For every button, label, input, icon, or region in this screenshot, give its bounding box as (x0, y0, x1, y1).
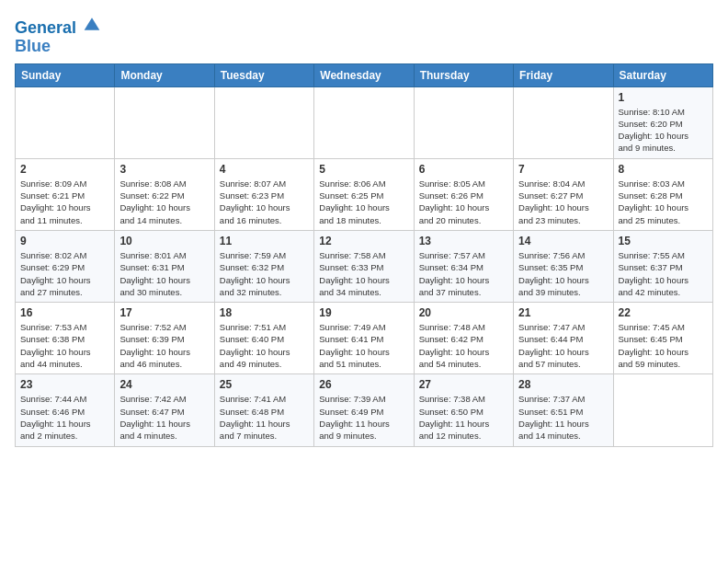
day-number: 5 (319, 163, 408, 176)
weekday-header-thursday: Thursday (414, 63, 513, 86)
day-number: 23 (20, 378, 109, 391)
calendar-cell (16, 86, 115, 158)
day-number: 4 (220, 163, 309, 176)
day-number: 8 (619, 163, 708, 176)
calendar-cell: 9Sunrise: 8:02 AM Sunset: 6:29 PM Daylig… (16, 230, 115, 302)
day-number: 2 (20, 163, 109, 176)
calendar-cell: 4Sunrise: 8:07 AM Sunset: 6:23 PM Daylig… (214, 158, 313, 230)
day-number: 18 (220, 306, 309, 319)
logo-blue: Blue (15, 38, 101, 56)
day-number: 17 (119, 306, 209, 319)
day-number: 19 (319, 306, 408, 319)
logo: General Blue (15, 15, 101, 56)
calendar-cell: 8Sunrise: 8:03 AM Sunset: 6:28 PM Daylig… (613, 158, 712, 230)
day-number: 6 (419, 163, 508, 176)
day-number: 14 (518, 235, 608, 247)
calendar-cell: 18Sunrise: 7:51 AM Sunset: 6:40 PM Dayli… (214, 303, 313, 374)
day-info: Sunrise: 7:57 AM Sunset: 6:34 PM Dayligh… (419, 249, 508, 298)
week-row-1: 1Sunrise: 8:10 AM Sunset: 6:20 PM Daylig… (16, 86, 713, 158)
day-number: 27 (419, 378, 508, 391)
day-info: Sunrise: 8:04 AM Sunset: 6:27 PM Dayligh… (518, 178, 608, 226)
calendar-table: SundayMondayTuesdayWednesdayThursdayFrid… (15, 63, 713, 447)
weekday-header-sunday: Sunday (16, 63, 115, 86)
calendar-cell (115, 86, 214, 158)
calendar-cell: 6Sunrise: 8:05 AM Sunset: 6:26 PM Daylig… (414, 158, 513, 230)
day-number: 10 (119, 235, 209, 247)
calendar-cell: 21Sunrise: 7:47 AM Sunset: 6:44 PM Dayli… (514, 303, 613, 374)
day-number: 13 (419, 235, 508, 247)
calendar-cell: 3Sunrise: 8:08 AM Sunset: 6:22 PM Daylig… (115, 158, 214, 230)
weekday-header-monday: Monday (115, 63, 214, 86)
day-number: 7 (518, 163, 608, 176)
day-info: Sunrise: 7:44 AM Sunset: 6:46 PM Dayligh… (20, 393, 109, 442)
weekday-header-row: SundayMondayTuesdayWednesdayThursdayFrid… (16, 63, 713, 86)
calendar-cell: 27Sunrise: 7:38 AM Sunset: 6:50 PM Dayli… (414, 374, 513, 446)
week-row-5: 23Sunrise: 7:44 AM Sunset: 6:46 PM Dayli… (16, 374, 713, 446)
calendar-cell: 10Sunrise: 8:01 AM Sunset: 6:31 PM Dayli… (115, 230, 214, 302)
weekday-header-friday: Friday (514, 63, 613, 86)
calendar-cell: 19Sunrise: 7:49 AM Sunset: 6:41 PM Dayli… (314, 303, 414, 374)
calendar-cell (613, 374, 712, 446)
day-info: Sunrise: 7:41 AM Sunset: 6:48 PM Dayligh… (220, 393, 309, 442)
day-info: Sunrise: 7:47 AM Sunset: 6:44 PM Dayligh… (518, 321, 608, 370)
day-info: Sunrise: 7:45 AM Sunset: 6:45 PM Dayligh… (619, 321, 708, 370)
day-info: Sunrise: 7:59 AM Sunset: 6:32 PM Dayligh… (220, 249, 309, 298)
day-number: 21 (518, 306, 608, 319)
day-info: Sunrise: 7:58 AM Sunset: 6:33 PM Dayligh… (319, 249, 408, 298)
calendar-cell: 14Sunrise: 7:56 AM Sunset: 6:35 PM Dayli… (514, 230, 613, 302)
logo-icon (83, 15, 101, 33)
day-number: 20 (419, 306, 508, 319)
day-number: 22 (619, 306, 708, 319)
calendar-cell: 7Sunrise: 8:04 AM Sunset: 6:27 PM Daylig… (514, 158, 613, 230)
day-number: 16 (20, 306, 109, 319)
day-info: Sunrise: 7:55 AM Sunset: 6:37 PM Dayligh… (619, 249, 708, 298)
week-row-4: 16Sunrise: 7:53 AM Sunset: 6:38 PM Dayli… (16, 303, 713, 374)
calendar-cell (214, 86, 313, 158)
calendar-cell (514, 86, 613, 158)
day-info: Sunrise: 7:51 AM Sunset: 6:40 PM Dayligh… (220, 321, 309, 370)
day-info: Sunrise: 7:39 AM Sunset: 6:49 PM Dayligh… (319, 393, 408, 442)
day-info: Sunrise: 8:06 AM Sunset: 6:25 PM Dayligh… (319, 178, 408, 226)
calendar-cell: 28Sunrise: 7:37 AM Sunset: 6:51 PM Dayli… (514, 374, 613, 446)
calendar-cell (414, 86, 513, 158)
day-info: Sunrise: 7:48 AM Sunset: 6:42 PM Dayligh… (419, 321, 508, 370)
day-info: Sunrise: 7:42 AM Sunset: 6:47 PM Dayligh… (119, 393, 209, 442)
calendar-cell: 26Sunrise: 7:39 AM Sunset: 6:49 PM Dayli… (314, 374, 414, 446)
day-info: Sunrise: 8:08 AM Sunset: 6:22 PM Dayligh… (119, 178, 209, 226)
calendar-cell: 11Sunrise: 7:59 AM Sunset: 6:32 PM Dayli… (214, 230, 313, 302)
calendar-cell: 20Sunrise: 7:48 AM Sunset: 6:42 PM Dayli… (414, 303, 513, 374)
calendar-body: 1Sunrise: 8:10 AM Sunset: 6:20 PM Daylig… (16, 86, 713, 446)
day-info: Sunrise: 7:38 AM Sunset: 6:50 PM Dayligh… (419, 393, 508, 442)
day-info: Sunrise: 8:05 AM Sunset: 6:26 PM Dayligh… (419, 178, 508, 226)
day-info: Sunrise: 7:56 AM Sunset: 6:35 PM Dayligh… (518, 249, 608, 298)
calendar-cell: 5Sunrise: 8:06 AM Sunset: 6:25 PM Daylig… (314, 158, 414, 230)
day-number: 3 (119, 163, 209, 176)
calendar-cell: 24Sunrise: 7:42 AM Sunset: 6:47 PM Dayli… (115, 374, 214, 446)
day-info: Sunrise: 8:07 AM Sunset: 6:23 PM Dayligh… (220, 178, 309, 226)
page-header: General Blue (15, 15, 713, 56)
day-info: Sunrise: 8:09 AM Sunset: 6:21 PM Dayligh… (20, 178, 109, 226)
day-info: Sunrise: 7:52 AM Sunset: 6:39 PM Dayligh… (119, 321, 209, 370)
logo-text: General (15, 15, 101, 38)
calendar-cell: 23Sunrise: 7:44 AM Sunset: 6:46 PM Dayli… (16, 374, 115, 446)
calendar-cell: 1Sunrise: 8:10 AM Sunset: 6:20 PM Daylig… (613, 86, 712, 158)
calendar-cell: 16Sunrise: 7:53 AM Sunset: 6:38 PM Dayli… (16, 303, 115, 374)
day-number: 26 (319, 378, 408, 391)
day-info: Sunrise: 8:03 AM Sunset: 6:28 PM Dayligh… (619, 178, 708, 226)
day-info: Sunrise: 8:10 AM Sunset: 6:20 PM Dayligh… (619, 106, 708, 155)
day-number: 15 (619, 235, 708, 247)
calendar-cell: 22Sunrise: 7:45 AM Sunset: 6:45 PM Dayli… (613, 303, 712, 374)
calendar-cell: 12Sunrise: 7:58 AM Sunset: 6:33 PM Dayli… (314, 230, 414, 302)
day-info: Sunrise: 7:37 AM Sunset: 6:51 PM Dayligh… (518, 393, 608, 442)
week-row-3: 9Sunrise: 8:02 AM Sunset: 6:29 PM Daylig… (16, 230, 713, 302)
day-info: Sunrise: 7:49 AM Sunset: 6:41 PM Dayligh… (319, 321, 408, 370)
weekday-header-saturday: Saturday (613, 63, 712, 86)
calendar-cell: 2Sunrise: 8:09 AM Sunset: 6:21 PM Daylig… (16, 158, 115, 230)
calendar-cell: 15Sunrise: 7:55 AM Sunset: 6:37 PM Dayli… (613, 230, 712, 302)
day-number: 25 (220, 378, 309, 391)
day-info: Sunrise: 8:01 AM Sunset: 6:31 PM Dayligh… (119, 249, 209, 298)
day-info: Sunrise: 8:02 AM Sunset: 6:29 PM Dayligh… (20, 249, 109, 298)
day-info: Sunrise: 7:53 AM Sunset: 6:38 PM Dayligh… (20, 321, 109, 370)
calendar-cell: 13Sunrise: 7:57 AM Sunset: 6:34 PM Dayli… (414, 230, 513, 302)
calendar-cell: 25Sunrise: 7:41 AM Sunset: 6:48 PM Dayli… (214, 374, 313, 446)
